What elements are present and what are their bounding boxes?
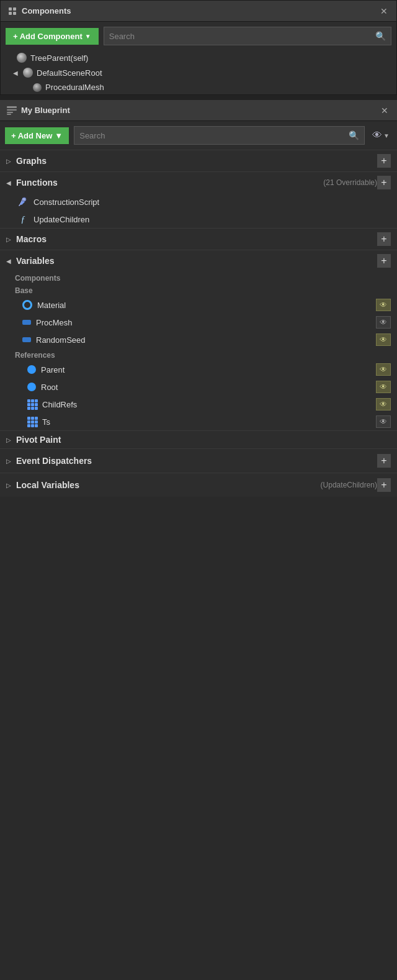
- variable-item-procmesh[interactable]: ProcMesh 👁: [0, 314, 397, 331]
- pivot-paint-section-header[interactable]: ▷ Pivot Paint: [0, 430, 397, 448]
- ts-grid-cell-4: [27, 420, 30, 424]
- references-subsection-label: References: [0, 348, 397, 361]
- svg-rect-1: [13, 7, 16, 11]
- search-icon: 🔍: [375, 31, 386, 41]
- tree-label-treeparent: TreeParent(self): [30, 53, 88, 63]
- material-type-icon: [22, 300, 32, 310]
- childrefs-visibility-badge[interactable]: 👁: [376, 398, 391, 411]
- tree-item-proceduralmesh[interactable]: ProceduralMesh: [1, 80, 396, 94]
- material-visibility-badge[interactable]: 👁: [376, 299, 391, 311]
- add-new-arrow-icon: ▼: [55, 131, 63, 140]
- event-dispatchers-add-button[interactable]: +: [377, 454, 391, 468]
- svg-rect-2: [9, 12, 12, 15]
- visibility-filter-button[interactable]: 👁 ▼: [370, 130, 392, 141]
- variables-arrow-icon: ◀: [6, 258, 12, 265]
- variable-item-randomseed[interactable]: RandomSeed 👁: [0, 331, 397, 348]
- local-variables-add-button[interactable]: +: [377, 478, 391, 492]
- grid-cell-3: [35, 399, 38, 402]
- ts-grid-cell-7: [27, 424, 30, 427]
- ts-grid-cell-6: [35, 420, 38, 424]
- tree-item-defaultsceneroot[interactable]: ◀ DefaultSceneRoot: [1, 65, 396, 80]
- variables-section-header[interactable]: ◀ Variables +: [0, 250, 397, 271]
- components-panel: Components ✕ + Add Component ▼ 🔍 TreePar…: [0, 0, 397, 95]
- ts-visibility-badge[interactable]: 👁: [376, 415, 391, 428]
- pivot-paint-arrow-icon: ▷: [6, 437, 12, 443]
- variables-add-button[interactable]: +: [377, 254, 391, 268]
- bp-search-icon: 🔍: [349, 130, 359, 140]
- macros-add-button[interactable]: +: [377, 232, 391, 246]
- local-variables-section[interactable]: ▷ Local Variables (UpdateChildren) +: [0, 473, 397, 497]
- variable-item-parent[interactable]: Parent 👁: [0, 361, 397, 378]
- tree-label-defaultsceneroot: DefaultSceneRoot: [37, 68, 102, 78]
- macros-section-header[interactable]: ▷ Macros +: [0, 228, 397, 250]
- grid-cell-1: [27, 399, 30, 402]
- grid-cell-6: [35, 403, 38, 406]
- macros-section-title: Macros: [16, 234, 377, 244]
- add-component-label: + Add Component: [13, 32, 83, 41]
- parent-visibility-badge[interactable]: 👁: [376, 363, 391, 376]
- construction-script-label: ConstructionScript: [33, 197, 99, 207]
- add-component-arrow-icon: ▼: [85, 33, 91, 40]
- functions-arrow-icon: ◀: [6, 179, 12, 186]
- svg-point-8: [22, 197, 26, 201]
- tree-item-treeparent[interactable]: TreeParent(self): [1, 50, 396, 65]
- components-search-input[interactable]: [109, 32, 375, 41]
- svg-rect-5: [7, 109, 17, 111]
- components-title: Components: [22, 6, 378, 16]
- grid-cell-7: [27, 407, 30, 410]
- grid-cell-9: [35, 407, 38, 410]
- references-subsection-title: References: [15, 351, 55, 360]
- material-label: Material: [37, 301, 371, 310]
- functions-add-button[interactable]: +: [377, 176, 391, 189]
- local-variables-arrow-icon: ▷: [6, 482, 12, 489]
- add-new-button[interactable]: + Add New ▼: [5, 127, 69, 144]
- components-subsection-label: Components: [0, 271, 397, 284]
- macros-arrow-icon: ▷: [6, 236, 12, 243]
- svg-rect-0: [9, 7, 12, 11]
- close-components-button[interactable]: ✕: [378, 5, 390, 17]
- sphere-icon-proceduralmesh: [33, 83, 42, 92]
- event-dispatchers-section[interactable]: ▷ Event Dispatchers +: [0, 448, 397, 473]
- add-new-label: + Add New: [11, 131, 52, 140]
- function-regular-icon: ƒ: [17, 214, 29, 225]
- root-type-icon: [27, 383, 36, 391]
- construction-script-icon: [17, 196, 29, 207]
- randomseed-visibility-badge[interactable]: 👁: [376, 333, 391, 346]
- variable-item-childrefs[interactable]: ChildRefs 👁: [0, 396, 397, 413]
- variable-item-root[interactable]: Root 👁: [0, 378, 397, 396]
- blueprint-panel: My Blueprint ✕ + Add New ▼ 🔍 👁 ▼ ▷ Graph…: [0, 100, 397, 497]
- ts-grid-cell-9: [35, 424, 38, 427]
- root-visibility-badge[interactable]: 👁: [376, 381, 391, 393]
- variable-item-ts[interactable]: Ts 👁: [0, 413, 397, 430]
- local-variables-sub: (UpdateChildren): [321, 481, 377, 489]
- graphs-section-header[interactable]: ▷ Graphs +: [0, 150, 397, 171]
- components-toolbar: + Add Component ▼ 🔍: [1, 22, 396, 50]
- functions-section-header[interactable]: ◀ Functions (21 Overridable) +: [0, 171, 397, 193]
- blueprint-search-input[interactable]: [79, 131, 349, 140]
- close-blueprint-button[interactable]: ✕: [378, 104, 391, 117]
- sphere-icon-treeparent: [17, 53, 27, 63]
- components-icon: [7, 6, 18, 17]
- function-item-updatechildren[interactable]: ƒ UpdateChildren: [0, 211, 397, 228]
- ts-grid-cell-5: [31, 420, 34, 424]
- base-subsection-label: Base: [0, 284, 397, 296]
- functions-section-title: Functions: [16, 178, 319, 188]
- blueprint-title-bar: My Blueprint ✕: [0, 100, 397, 121]
- event-dispatchers-title: Event Dispatchers: [16, 456, 377, 466]
- base-subsection-title: Base: [15, 286, 33, 295]
- svg-rect-6: [7, 112, 13, 113]
- procmesh-visibility-badge[interactable]: 👁: [376, 316, 391, 329]
- variable-item-material[interactable]: Material 👁: [0, 296, 397, 314]
- graphs-add-button[interactable]: +: [377, 154, 391, 168]
- childrefs-type-icon: [27, 399, 37, 409]
- svg-rect-4: [7, 106, 17, 108]
- components-search-box[interactable]: 🔍: [104, 27, 391, 45]
- function-item-constructionscript[interactable]: ConstructionScript: [0, 193, 397, 211]
- functions-sub-label: (21 Overridable): [323, 178, 377, 187]
- grid-cell-4: [27, 403, 30, 406]
- graphs-section-title: Graphs: [16, 156, 377, 166]
- childrefs-label: ChildRefs: [42, 400, 371, 409]
- blueprint-search-box[interactable]: 🔍: [74, 126, 365, 145]
- add-component-button[interactable]: + Add Component ▼: [6, 28, 99, 45]
- ts-label: Ts: [42, 417, 371, 427]
